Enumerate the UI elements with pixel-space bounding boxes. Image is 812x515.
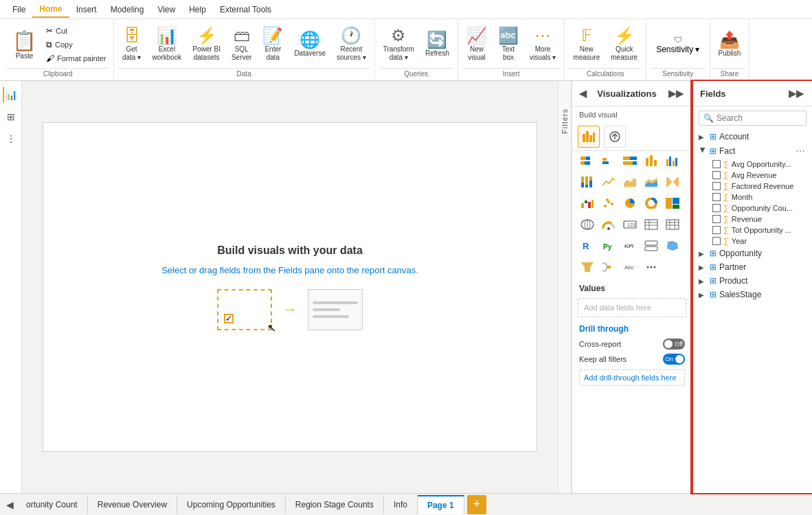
viz-ribbon[interactable]: [663, 172, 682, 192]
checkbox-avg-opp[interactable]: [712, 160, 721, 168]
menu-view[interactable]: View: [150, 2, 182, 17]
tab-upcoming-opp[interactable]: Upcoming Opportunities: [177, 495, 286, 514]
field-group-account-header[interactable]: ▶ ⊞ Account: [693, 130, 812, 144]
add-data-fields-zone[interactable]: Add data fields here: [578, 298, 686, 317]
quick-measure-button[interactable]: ⚡ Quickmeasure: [607, 23, 642, 67]
checkbox-factored-rev[interactable]: [712, 182, 721, 190]
add-tab-button[interactable]: +: [467, 495, 486, 514]
refresh-button[interactable]: 🔄 Refresh: [421, 23, 453, 67]
sidebar-icon-data[interactable]: ⊞: [3, 108, 19, 125]
field-item-year[interactable]: ∑ Year: [693, 236, 812, 247]
format-painter-button[interactable]: 🖌 Format painter: [43, 52, 109, 65]
field-group-opp-header[interactable]: ▶ ⊞ Opportunity: [693, 247, 812, 260]
viz-funnel[interactable]: [578, 258, 597, 277]
viz-gauge[interactable]: [599, 215, 618, 234]
viz-area[interactable]: [620, 172, 640, 192]
checkbox-year[interactable]: [712, 237, 721, 245]
checkbox-tot-opp[interactable]: [712, 226, 721, 234]
viz-line[interactable]: [599, 172, 618, 192]
publish-button[interactable]: 📤 Publish: [714, 23, 745, 67]
viz-pie[interactable]: [620, 194, 640, 213]
viz-decomp-tree[interactable]: [599, 258, 618, 277]
viz-100-stacked-col[interactable]: [578, 172, 597, 192]
viz-panel-collapse[interactable]: ◀: [579, 88, 587, 99]
field-group-partner[interactable]: ▶ ⊞ Partner: [693, 260, 812, 274]
search-box[interactable]: 🔍: [699, 111, 807, 126]
tab-page1[interactable]: Page 1: [418, 495, 464, 514]
fields-expand-icon[interactable]: ▶▶: [787, 87, 805, 100]
field-group-partner-header[interactable]: ▶ ⊞ Partner: [693, 260, 812, 274]
field-group-account[interactable]: ▶ ⊞ Account: [693, 130, 812, 144]
menu-insert[interactable]: Insert: [69, 2, 104, 17]
field-item-factored-rev[interactable]: ∑ Factored Revenue: [693, 181, 812, 192]
field-group-product-header[interactable]: ▶ ⊞ Product: [693, 274, 812, 288]
sensitivity-button[interactable]: 🛡 Sensitivity ▾: [651, 23, 705, 67]
tab-region-stage[interactable]: Region Stage Counts: [286, 495, 384, 514]
cross-report-toggle[interactable]: Off: [663, 339, 685, 350]
menu-modeling[interactable]: Modeling: [104, 2, 151, 17]
transform-data-button[interactable]: ⚙ Transformdata ▾: [379, 23, 418, 67]
viz-r-visual[interactable]: R: [578, 236, 597, 255]
drill-fields-zone[interactable]: Add drill-through fields here: [579, 369, 685, 386]
fact-more-btn[interactable]: ⋯: [794, 146, 807, 157]
filters-panel[interactable]: Filters: [558, 81, 572, 493]
field-item-avg-rev[interactable]: ∑ Avg Revenue: [693, 170, 812, 181]
tab-revenue-overview[interactable]: Revenue Overview: [88, 495, 177, 514]
dataverse-button[interactable]: 🌐 Dataverse: [290, 23, 330, 67]
checkbox-opp-count[interactable]: [712, 204, 721, 212]
recent-sources-button[interactable]: 🕐 Recentsources ▾: [332, 23, 370, 67]
menu-external-tools[interactable]: External Tools: [213, 2, 278, 17]
viz-stacked-area[interactable]: [642, 172, 661, 192]
keep-filters-toggle[interactable]: On: [663, 354, 685, 365]
viz-smart-narrative[interactable]: Abc: [620, 258, 640, 277]
excel-button[interactable]: 📊 Excelworkbook: [148, 23, 186, 67]
field-group-sales-header[interactable]: ▶ ⊞ SalesStage: [693, 288, 812, 301]
search-input[interactable]: [717, 113, 802, 123]
field-group-product[interactable]: ▶ ⊞ Product: [693, 274, 812, 288]
viz-expand-icon[interactable]: ▶▶: [667, 87, 685, 100]
viz-matrix[interactable]: [663, 215, 682, 234]
menu-help[interactable]: Help: [182, 2, 213, 17]
paste-button[interactable]: 📋 Paste: [7, 23, 42, 67]
new-visual-button[interactable]: 📈 Newvisual: [462, 23, 491, 67]
viz-donut[interactable]: [642, 194, 661, 213]
sql-server-button[interactable]: 🗃 SQLServer: [227, 23, 256, 67]
viz-100-stacked-bar[interactable]: [620, 151, 640, 170]
enter-data-button[interactable]: 📝 Enterdata: [258, 23, 287, 67]
viz-filled-map[interactable]: [663, 236, 682, 255]
checkbox-month[interactable]: [712, 193, 721, 201]
field-item-month[interactable]: ∑ Month: [693, 192, 812, 203]
viz-table[interactable]: [642, 215, 661, 234]
viz-py-visual[interactable]: Py: [599, 236, 618, 255]
checkbox-avg-rev[interactable]: [712, 171, 721, 179]
tab-opportunity-count[interactable]: ortunity Count: [16, 495, 88, 514]
viz-card[interactable]: 123: [620, 215, 640, 234]
viz-stacked-bar[interactable]: [578, 151, 597, 170]
menu-home[interactable]: Home: [32, 1, 69, 18]
tab-info[interactable]: Info: [384, 495, 418, 514]
canvas-area[interactable]: Build visuals with your data Select or d…: [22, 81, 558, 493]
field-item-revenue[interactable]: ∑ Revenue: [693, 214, 812, 225]
viz-waterfall[interactable]: [578, 194, 597, 213]
viz-multirow-card[interactable]: [642, 236, 661, 255]
field-item-avg-opp[interactable]: ∑ Avg Opportunity...: [693, 159, 812, 170]
more-visuals-button[interactable]: ⋯ Morevisuals ▾: [526, 23, 560, 67]
viz-clustered-col[interactable]: [663, 151, 682, 170]
sidebar-icon-model[interactable]: ⋮: [3, 130, 19, 147]
field-item-opp-count[interactable]: ∑ Opportunity Cou...: [693, 203, 812, 214]
field-group-opportunity[interactable]: ▶ ⊞ Opportunity: [693, 247, 812, 260]
viz-kpi[interactable]: KPI: [620, 236, 640, 255]
viz-scatter[interactable]: [599, 194, 618, 213]
field-group-fact-header[interactable]: ▶ ⊞ Fact ⋯: [693, 144, 812, 159]
viz-more[interactable]: [642, 258, 661, 277]
text-box-button[interactable]: 🔤 Textbox: [494, 23, 523, 67]
copy-button[interactable]: ⧉ Copy: [43, 38, 109, 51]
powerbi-datasets-button[interactable]: ⚡ Power BIdatasets: [188, 23, 225, 67]
field-item-tot-opp[interactable]: ∑ Tot Opportunity ...: [693, 225, 812, 236]
tab-prev-btn[interactable]: ◀: [3, 494, 16, 516]
cut-button[interactable]: ✂ Cut: [43, 25, 109, 37]
field-group-salesstage[interactable]: ▶ ⊞ SalesStage: [693, 288, 812, 301]
viz-format-btn[interactable]: [604, 126, 626, 148]
new-measure-button[interactable]: 𝔽 Newmeasure: [569, 23, 604, 67]
checkbox-revenue[interactable]: [712, 215, 721, 223]
